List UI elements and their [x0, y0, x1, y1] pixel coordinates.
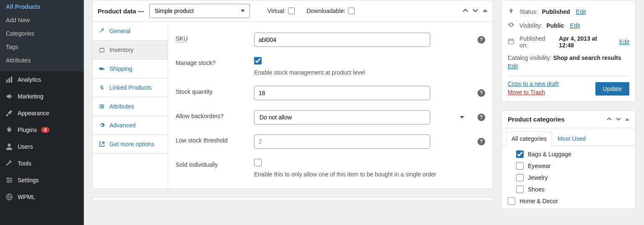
- products-submenu: All Products Add New Categories Tags Att…: [0, 0, 84, 71]
- help-icon[interactable]: ?: [478, 138, 485, 145]
- edit-catalog-link[interactable]: Edit: [508, 63, 518, 70]
- copy-draft-link[interactable]: Copy to a new draft: [508, 80, 558, 87]
- stock-qty-input[interactable]: [254, 86, 430, 100]
- product-type-select[interactable]: Simple product: [149, 4, 250, 18]
- panel-down-icon[interactable]: [473, 8, 478, 15]
- help-icon[interactable]: ?: [478, 114, 485, 121]
- tab-inventory[interactable]: Inventory: [93, 41, 168, 59]
- tab-general[interactable]: General: [93, 22, 168, 41]
- publish-box: Status: Published Edit Visibility: Publi…: [501, 0, 636, 102]
- globe-icon: [5, 193, 13, 201]
- category-checkbox[interactable]: [516, 186, 524, 193]
- sold-individually-checkbox[interactable]: [254, 159, 262, 166]
- panel-up-icon[interactable]: [607, 116, 612, 123]
- panel-toggle-icon[interactable]: [625, 116, 629, 123]
- submenu-categories[interactable]: Categories: [0, 27, 84, 40]
- menu-appearance[interactable]: Appearance: [0, 105, 84, 122]
- downloadable-option[interactable]: Downloadable:: [306, 8, 355, 14]
- tab-attributes[interactable]: Attributes: [93, 97, 168, 116]
- visibility-row: Visibility: Public Edit: [508, 18, 629, 32]
- svg-rect-14: [99, 67, 103, 70]
- menu-analytics[interactable]: Analytics: [0, 71, 84, 88]
- product-categories-panel: Product categories All categories Most U…: [501, 110, 636, 209]
- admin-sidebar: All Products Add New Categories Tags Att…: [0, 0, 84, 225]
- sku-input[interactable]: [254, 33, 430, 47]
- eye-icon: [508, 21, 515, 29]
- category-checkbox[interactable]: [516, 162, 524, 170]
- inventory-form: SKU ? Manage stock? Enable stock managem…: [168, 22, 493, 189]
- tab-get-more[interactable]: Get more options: [93, 135, 168, 154]
- menu-tools[interactable]: Tools: [0, 155, 84, 172]
- move-trash-link[interactable]: Move to Trash: [508, 89, 558, 96]
- menu-plugins[interactable]: Plugins 9: [0, 122, 84, 138]
- panel-toggle-icon[interactable]: [483, 8, 488, 15]
- product-data-panel: Product data — Simple product Virtual: D…: [92, 0, 493, 189]
- categories-list[interactable]: Bags & Luggage Eyewear Jewelry Shoes Hom…: [502, 146, 635, 209]
- tab-advanced[interactable]: Advanced: [93, 116, 168, 135]
- link-icon: [99, 84, 105, 91]
- sku-label: SKU: [176, 33, 249, 42]
- chart-bar-icon: [5, 75, 13, 84]
- virtual-checkbox[interactable]: [288, 8, 295, 14]
- menu-marketing[interactable]: Marketing: [0, 88, 84, 105]
- edit-visibility-link[interactable]: Edit: [570, 22, 580, 29]
- svg-rect-2: [11, 77, 13, 83]
- edit-date-link[interactable]: Edit: [619, 39, 629, 45]
- panel-up-icon[interactable]: [462, 8, 468, 15]
- plug-icon: [5, 126, 13, 134]
- sliders-icon: [5, 176, 13, 184]
- pin-icon: [508, 8, 515, 16]
- svg-point-15: [100, 70, 101, 71]
- sold-individually-label: Sold individually: [176, 159, 249, 168]
- menu-settings[interactable]: Settings: [0, 172, 84, 189]
- category-item[interactable]: Shoes: [508, 184, 629, 195]
- virtual-option[interactable]: Virtual:: [267, 8, 295, 14]
- inventory-icon: [99, 47, 105, 53]
- svg-rect-13: [100, 49, 104, 52]
- stock-qty-label: Stock quantity: [176, 86, 249, 95]
- category-item[interactable]: Eyewear: [508, 160, 629, 172]
- svg-rect-17: [100, 105, 104, 106]
- downloadable-checkbox[interactable]: [348, 8, 355, 14]
- svg-point-8: [10, 179, 12, 181]
- manage-stock-checkbox[interactable]: [254, 57, 262, 65]
- low-stock-input[interactable]: [254, 134, 430, 149]
- tab-linked-products[interactable]: Linked Products: [93, 78, 168, 97]
- plugins-badge: 9: [41, 127, 49, 133]
- tab-shipping[interactable]: Shipping: [93, 59, 168, 78]
- svg-point-9: [8, 181, 9, 183]
- help-icon[interactable]: ?: [478, 89, 485, 97]
- edit-status-link[interactable]: Edit: [576, 8, 586, 15]
- tab-most-used[interactable]: Most Used: [552, 132, 591, 145]
- svg-rect-1: [8, 78, 10, 83]
- menu-users[interactable]: Users: [0, 138, 84, 155]
- menu-wpml[interactable]: WPML: [0, 189, 84, 205]
- next-panel: [92, 197, 493, 201]
- category-item[interactable]: Bags & Luggage: [508, 148, 629, 160]
- truck-icon: [99, 65, 105, 72]
- manage-stock-help: Enable stock management at product level: [254, 69, 485, 76]
- catalog-visibility: Catalog visibility: Shop and search resu…: [508, 52, 629, 72]
- backorders-select[interactable]: Do not allow: [254, 110, 430, 124]
- svg-rect-0: [6, 80, 8, 83]
- panel-down-icon[interactable]: [616, 116, 621, 123]
- submenu-all-products[interactable]: All Products: [0, 0, 84, 13]
- panel-title: Product data —: [98, 8, 144, 15]
- low-stock-label: Low stock threshold: [176, 134, 249, 144]
- category-checkbox[interactable]: [516, 150, 524, 158]
- tab-all-categories[interactable]: All categories: [506, 132, 552, 146]
- category-checkbox[interactable]: [508, 197, 515, 205]
- category-item[interactable]: Jewelry: [508, 172, 629, 184]
- status-row: Status: Published Edit: [508, 5, 629, 18]
- svg-point-3: [8, 144, 10, 147]
- submenu-add-new[interactable]: Add New: [0, 13, 84, 27]
- category-item[interactable]: Home & Decor: [508, 195, 629, 207]
- submenu-tags[interactable]: Tags: [0, 40, 84, 54]
- help-icon[interactable]: ?: [478, 36, 485, 44]
- update-button[interactable]: Update: [595, 82, 629, 96]
- svg-point-16: [103, 70, 104, 71]
- published-row: Published on: Apr 4, 2013 at 12:48 Edit: [508, 32, 629, 52]
- svg-rect-20: [509, 39, 514, 44]
- category-checkbox[interactable]: [516, 174, 524, 181]
- submenu-attributes[interactable]: Attributes: [0, 54, 84, 67]
